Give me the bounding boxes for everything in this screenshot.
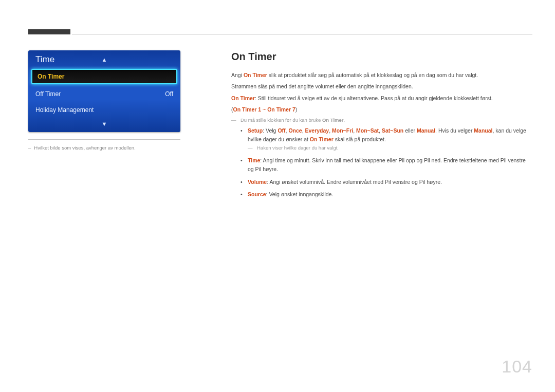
section-tab-marker [28, 29, 70, 34]
article-p1: Angi On Timer slik at produktet slår seg… [231, 71, 532, 79]
osd-row-on-timer[interactable]: On Timer [31, 69, 177, 84]
footnote-dash: – [28, 145, 31, 151]
article-note-clock: Du må stille klokken før du kan bruke On… [231, 117, 532, 124]
option-time: Time: Angi time og minutt. Skriv inn tal… [240, 156, 532, 174]
osd-row-value: Off [165, 90, 173, 98]
osd-row-label: Off Timer [35, 90, 61, 98]
footnote-text: Hvilket bilde som vises, avhenger av mod… [34, 145, 135, 151]
chevron-up-icon[interactable]: ▲ [102, 57, 107, 63]
option-volume: Volume: Angi ønsket volumnivå. Endre vol… [240, 178, 532, 186]
osd-time-panel: Time ▲ On Timer Off Timer Off Holiday Ma… [28, 50, 180, 132]
page-number: 104 [502, 357, 532, 377]
chevron-down-icon[interactable]: ▼ [102, 121, 107, 127]
osd-title-row: Time ▲ [28, 50, 180, 69]
option-setup-subnote: Haken viser hvilke dager du har valgt. [248, 144, 532, 152]
article-p2: Strømmen slås på med det angitte volumet… [231, 82, 532, 90]
osd-row-holiday-management[interactable]: Holiday Management [28, 102, 180, 118]
osd-row-label: On Timer [38, 73, 64, 80]
option-source: Source: Velg ønsket inngangskilde. [240, 190, 532, 199]
osd-bottom-spacer: ▼ [28, 118, 180, 132]
osd-title: Time [35, 54, 54, 65]
top-horizontal-rule [72, 34, 532, 34]
osd-row-off-timer[interactable]: Off Timer Off [28, 86, 180, 102]
article-option-list: Setup: Velg Off, Once, Everyday, Mon~Fri… [231, 126, 532, 199]
article-timer-range: (On Timer 1 ~ On Timer 7) [231, 105, 532, 114]
left-horizontal-rule [28, 139, 180, 140]
article-p3: On Timer: Still tidsuret ved å velge ett… [231, 94, 532, 102]
osd-row-label: Holiday Management [35, 106, 94, 114]
article-on-timer: On Timer Angi On Timer slik at produktet… [231, 51, 532, 203]
model-dependent-footnote: –Hvilket bilde som vises, avhenger av mo… [28, 145, 180, 151]
article-heading: On Timer [231, 51, 532, 63]
option-setup: Setup: Velg Off, Once, Everyday, Mon~Fri… [240, 126, 532, 152]
